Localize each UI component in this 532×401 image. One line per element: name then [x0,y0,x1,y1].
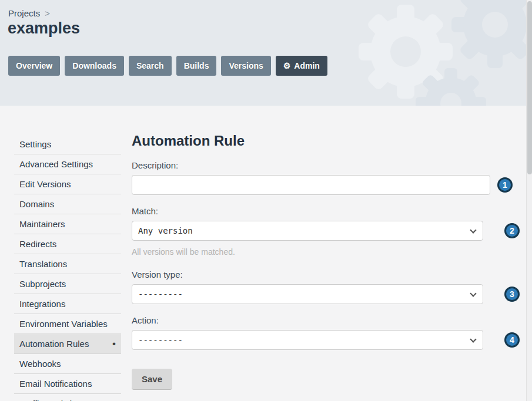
version-type-select-value: --------- [138,289,183,299]
chevron-down-icon [470,336,476,342]
breadcrumb: Projects > [8,8,50,18]
action-label: Action: [132,315,520,325]
project-nav: Overview Downloads Search Builds Version… [8,56,327,76]
version-type-select[interactable]: --------- [132,284,483,304]
match-select[interactable]: Any version [132,221,483,241]
description-field: Description: 1 [132,160,520,195]
action-field: Action: --------- 4 [132,315,520,350]
match-label: Match: [132,206,520,216]
sidebar-item-webhooks[interactable]: Webhooks [14,354,121,374]
chevron-down-icon [470,290,476,296]
sidebar-item-maintainers[interactable]: Maintainers [14,214,121,234]
action-select[interactable]: --------- [132,330,483,350]
form-heading: Automation Rule [132,133,520,149]
scrollbar-thumb[interactable] [527,1,532,174]
sidebar-item-traffic-analytics[interactable]: Traffic Analytics [14,394,121,401]
admin-sidebar: Settings Advanced Settings Edit Versions… [14,134,121,401]
sidebar-item-environment-variables[interactable]: Environment Variables [14,314,121,334]
chevron-down-icon [470,227,476,233]
match-help-text: All versions will be matched. [132,247,520,257]
sidebar-item-subprojects[interactable]: Subprojects [14,274,121,294]
sidebar-item-edit-versions[interactable]: Edit Versions [14,174,121,194]
tab-builds[interactable]: Builds [176,56,217,76]
tab-downloads[interactable]: Downloads [65,56,124,76]
sidebar-item-automation-rules[interactable]: Automation Rules • [14,334,121,354]
annotation-badge-2: 2 [504,223,520,238]
sidebar-item-domains[interactable]: Domains [14,194,121,214]
breadcrumb-projects-link[interactable]: Projects [8,8,40,18]
description-label: Description: [132,160,520,170]
annotation-badge-3: 3 [504,287,520,302]
tab-versions[interactable]: Versions [221,56,270,76]
page-title: examples [8,19,80,38]
match-field: Match: Any version 2 All versions will b… [132,206,520,257]
tab-search[interactable]: Search [129,56,172,76]
automation-rule-form: Automation Rule Description: 1 Match: An… [132,134,520,401]
breadcrumb-separator: > [45,8,50,18]
sidebar-item-advanced-settings[interactable]: Advanced Settings [14,154,121,174]
gear-icon: ⚙ [283,61,291,70]
tab-admin[interactable]: ⚙ Admin [276,56,327,76]
scrollbar[interactable] [526,0,532,401]
tab-overview[interactable]: Overview [8,56,60,76]
project-header: Projects > examples Overview Downloads S… [0,0,532,106]
content-area: Settings Advanced Settings Edit Versions… [0,106,532,401]
action-select-value: --------- [138,335,183,345]
sidebar-item-integrations[interactable]: Integrations [14,294,121,314]
sidebar-item-redirects[interactable]: Redirects [14,234,121,254]
version-type-field: Version type: --------- 3 [132,269,520,304]
description-input[interactable] [132,175,490,195]
sidebar-item-email-notifications[interactable]: Email Notifications [14,374,121,394]
active-dot-icon: • [112,341,116,347]
version-type-label: Version type: [132,269,520,279]
annotation-badge-4: 4 [504,332,520,348]
match-select-value: Any version [138,226,193,235]
sidebar-item-translations[interactable]: Translations [14,254,121,274]
annotation-badge-1: 1 [497,177,513,193]
save-button[interactable]: Save [132,369,172,389]
gears-decoration-icon [356,0,532,106]
sidebar-item-settings[interactable]: Settings [14,134,121,154]
